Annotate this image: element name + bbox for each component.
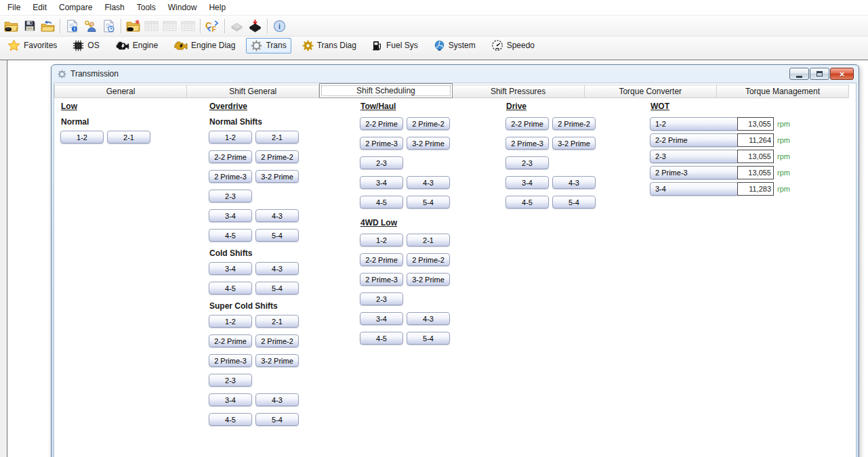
- shift-button-overdrive-2-1[interactable]: 2-1: [255, 315, 299, 328]
- wot-value-2-3[interactable]: 13,055: [737, 150, 774, 163]
- wot-value-3-4[interactable]: 11,283: [737, 182, 774, 196]
- open-folder-icon[interactable]: [2, 17, 20, 35]
- shift-button-overdrive-1-2[interactable]: 1-2: [209, 315, 252, 328]
- maximize-button[interactable]: [810, 68, 829, 80]
- menu-edit[interactable]: Edit: [26, 1, 53, 14]
- shift-button-overdrive-3-4[interactable]: 3-4: [209, 393, 252, 406]
- shift-button-drive-4-5[interactable]: 4-5: [505, 196, 549, 209]
- minimize-button[interactable]: [789, 68, 809, 80]
- tab-shift-pressures[interactable]: Shift Pressures: [453, 85, 585, 98]
- shift-button-overdrive-5-4[interactable]: 5-4: [255, 229, 299, 242]
- shift-button-4wd-low-1-2[interactable]: 1-2: [360, 234, 403, 246]
- menu-file[interactable]: File: [1, 1, 26, 14]
- folder-star-icon[interactable]: [124, 17, 142, 35]
- shift-button-drive-4-3[interactable]: 4-3: [552, 176, 596, 189]
- chip-write-icon[interactable]: [246, 17, 264, 35]
- shift-button-drive-3-2-prime[interactable]: 3-2 Prime: [552, 137, 596, 150]
- shift-button-4wd-low-2-3[interactable]: 2-3: [360, 292, 403, 305]
- shift-button-overdrive-4-5[interactable]: 4-5: [209, 282, 252, 295]
- favorites-item-fuel-sys[interactable]: Fuel Sys: [367, 38, 423, 53]
- favorites-item-engine[interactable]: Engine: [110, 39, 163, 53]
- wot-value-2-prime-3[interactable]: 13,055: [737, 166, 774, 179]
- window-titlebar[interactable]: Transmission ×: [51, 65, 859, 83]
- shift-button-low-1-2[interactable]: 1-2: [60, 131, 104, 144]
- shift-button-drive-3-4[interactable]: 3-4: [505, 176, 549, 189]
- menu-tools[interactable]: Tools: [131, 1, 162, 14]
- shift-button-overdrive-2-prime-2[interactable]: 2 Prime-2: [255, 150, 299, 163]
- shift-button-overdrive-4-3[interactable]: 4-3: [255, 393, 299, 406]
- shift-button-4wd-low-4-3[interactable]: 4-3: [407, 312, 450, 325]
- shift-button-4wd-low-2-prime-3[interactable]: 2 Prime-3: [360, 273, 403, 286]
- shift-button-overdrive-2-3[interactable]: 2-3: [209, 374, 252, 387]
- shift-button-tow-haul-4-5[interactable]: 4-5: [360, 196, 403, 209]
- save-icon[interactable]: [20, 17, 39, 35]
- doc-info-icon[interactable]: i: [63, 17, 81, 35]
- wot-button-1-2[interactable]: 1-2: [650, 117, 739, 131]
- shift-button-overdrive-4-5[interactable]: 4-5: [209, 229, 252, 242]
- menu-compare[interactable]: Compare: [53, 1, 98, 14]
- shift-button-overdrive-3-4[interactable]: 3-4: [209, 262, 252, 275]
- shift-button-overdrive-2-1[interactable]: 2-1: [255, 131, 299, 144]
- menu-help[interactable]: Help: [203, 1, 232, 14]
- doc-clock-icon[interactable]: [100, 17, 118, 35]
- shift-button-tow-haul-5-4[interactable]: 5-4: [407, 196, 450, 209]
- shift-button-4wd-low-3-4[interactable]: 3-4: [360, 312, 403, 325]
- shift-button-overdrive-2-3[interactable]: 2-3: [209, 190, 252, 202]
- shift-button-tow-haul-2-3[interactable]: 2-3: [360, 156, 403, 169]
- shift-button-tow-haul-3-2-prime[interactable]: 3-2 Prime: [407, 137, 450, 150]
- close-button[interactable]: ×: [830, 68, 854, 80]
- tab-torque-management[interactable]: Torque Management: [717, 85, 849, 98]
- shift-button-tow-haul-2-2-prime[interactable]: 2-2 Prime: [360, 117, 403, 130]
- tab-general[interactable]: General: [54, 85, 187, 98]
- shift-button-overdrive-4-5[interactable]: 4-5: [209, 413, 252, 426]
- shift-button-4wd-low-2-2-prime[interactable]: 2-2 Prime: [360, 253, 403, 266]
- shift-button-drive-2-prime-3[interactable]: 2 Prime-3: [505, 137, 549, 150]
- menu-window[interactable]: Window: [162, 1, 203, 14]
- shift-button-overdrive-1-2[interactable]: 1-2: [209, 131, 252, 144]
- wot-value-1-2[interactable]: 13,055: [737, 117, 774, 131]
- user-key-icon[interactable]: [81, 17, 100, 35]
- shift-button-4wd-low-5-4[interactable]: 5-4: [407, 332, 450, 345]
- shift-button-overdrive-2-2-prime[interactable]: 2-2 Prime: [209, 150, 252, 163]
- favorites-item-os[interactable]: OS: [68, 38, 104, 53]
- shift-button-overdrive-2-prime-3[interactable]: 2 Prime-3: [209, 354, 252, 367]
- favorites-item-trans[interactable]: Trans: [246, 38, 291, 53]
- shift-button-drive-2-3[interactable]: 2-3: [505, 156, 549, 169]
- favorites-item-system[interactable]: System: [429, 38, 480, 53]
- favorites-item-speedo[interactable]: Speedo: [487, 37, 539, 53]
- tab-shift-scheduling[interactable]: Shift Scheduling: [319, 83, 452, 98]
- wot-button-3-4[interactable]: 3-4: [650, 182, 739, 196]
- shift-button-tow-haul-3-4[interactable]: 3-4: [360, 176, 403, 189]
- shift-button-4wd-low-3-2-prime[interactable]: 3-2 Prime: [407, 273, 450, 286]
- shift-button-drive-5-4[interactable]: 5-4: [552, 196, 596, 209]
- shift-button-overdrive-2-prime-2[interactable]: 2 Prime-2: [255, 334, 299, 347]
- wot-button-2-prime-3[interactable]: 2 Prime-3: [650, 166, 739, 179]
- shift-button-drive-2-prime-2[interactable]: 2 Prime-2: [552, 117, 596, 130]
- shift-button-4wd-low-2-1[interactable]: 2-1: [407, 234, 450, 246]
- wot-value-2-2-prime[interactable]: 11,264: [737, 133, 774, 147]
- shift-button-drive-2-2-prime[interactable]: 2-2 Prime: [505, 117, 549, 130]
- favorites-item-engine-diag[interactable]: Engine Diag: [169, 39, 240, 53]
- info-circle-icon[interactable]: i: [270, 17, 289, 35]
- shift-button-overdrive-3-2-prime[interactable]: 3-2 Prime: [255, 170, 299, 183]
- shift-button-overdrive-3-4[interactable]: 3-4: [209, 209, 252, 222]
- tab-shift-general[interactable]: Shift General: [187, 85, 319, 98]
- compare-cf-icon[interactable]: CF: [203, 17, 222, 35]
- revert-folder-icon[interactable]: [39, 17, 57, 35]
- shift-button-low-2-1[interactable]: 2-1: [107, 131, 150, 144]
- shift-button-overdrive-2-prime-3[interactable]: 2 Prime-3: [209, 170, 252, 183]
- shift-button-overdrive-3-2-prime[interactable]: 3-2 Prime: [255, 354, 299, 367]
- shift-button-overdrive-5-4[interactable]: 5-4: [255, 282, 299, 295]
- shift-button-overdrive-5-4[interactable]: 5-4: [255, 413, 299, 426]
- favorites-item-trans-diag[interactable]: Trans Diag: [297, 38, 361, 53]
- menu-flash[interactable]: Flash: [98, 1, 130, 14]
- wot-button-2-3[interactable]: 2-3: [650, 150, 739, 163]
- favorites-item-favorites[interactable]: Favorites: [3, 37, 62, 54]
- shift-button-4wd-low-2-prime-2[interactable]: 2 Prime-2: [407, 253, 450, 266]
- shift-button-4wd-low-4-5[interactable]: 4-5: [360, 332, 403, 345]
- shift-button-tow-haul-4-3[interactable]: 4-3: [407, 176, 450, 189]
- shift-button-tow-haul-2-prime-2[interactable]: 2 Prime-2: [407, 117, 450, 130]
- shift-button-overdrive-2-2-prime[interactable]: 2-2 Prime: [209, 334, 252, 347]
- shift-button-tow-haul-2-prime-3[interactable]: 2 Prime-3: [360, 137, 403, 150]
- tab-torque-converter[interactable]: Torque Converter: [585, 85, 717, 98]
